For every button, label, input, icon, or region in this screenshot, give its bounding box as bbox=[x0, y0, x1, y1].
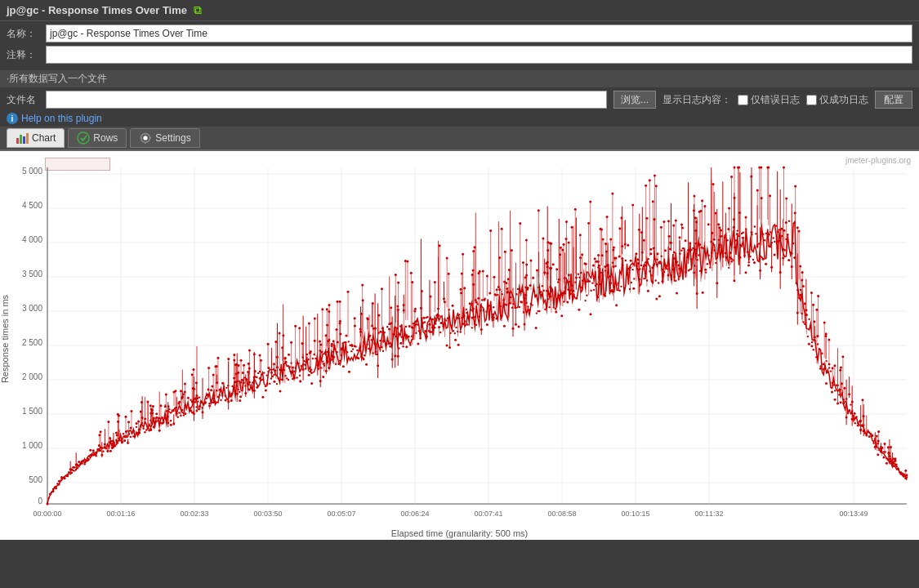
error-log-checkbox-label[interactable]: 仅错误日志 bbox=[738, 93, 800, 107]
settings-tab-icon bbox=[139, 131, 152, 145]
window-title: jp@gc - Response Times Over Time bbox=[7, 4, 187, 16]
chart-panel: jmeter-plugins.org 5 000 4 500 4 000 3 5… bbox=[0, 151, 919, 540]
comment-label: 注释： bbox=[7, 48, 39, 62]
tabs-bar: Chart Rows Settings bbox=[0, 127, 919, 151]
info-icon: i bbox=[7, 113, 18, 124]
success-log-checkbox-label[interactable]: 仅成功日志 bbox=[806, 93, 868, 107]
tab-settings-label: Settings bbox=[155, 132, 190, 144]
tab-chart-label: Chart bbox=[32, 132, 56, 144]
tab-rows[interactable]: Rows bbox=[68, 128, 127, 148]
chart-tab-icon bbox=[16, 131, 29, 145]
file-row: 文件名 浏览... 显示日志内容： 仅错误日志 仅成功日志 配置 bbox=[0, 89, 919, 110]
browse-button[interactable]: 浏览... bbox=[613, 91, 656, 109]
comment-input[interactable] bbox=[46, 46, 912, 64]
rows-tab-icon bbox=[77, 131, 90, 145]
success-log-label: 仅成功日志 bbox=[819, 93, 868, 107]
config-button[interactable]: 配置 bbox=[875, 91, 912, 109]
title-bar: jp@gc - Response Times Over Time ⧉ bbox=[0, 0, 919, 21]
svg-rect-1 bbox=[20, 135, 22, 144]
svg-rect-0 bbox=[16, 138, 19, 144]
svg-rect-2 bbox=[23, 136, 25, 144]
file-input[interactable] bbox=[46, 91, 607, 109]
name-row: 名称： bbox=[7, 24, 912, 42]
svg-point-4 bbox=[78, 132, 89, 144]
help-link[interactable]: Help on this plugin bbox=[21, 113, 102, 124]
expand-icon[interactable]: ⧉ bbox=[194, 3, 202, 17]
success-log-checkbox[interactable] bbox=[806, 95, 817, 105]
error-log-label: 仅错误日志 bbox=[751, 93, 800, 107]
chart-area: jmeter-plugins.org 5 000 4 500 4 000 3 5… bbox=[0, 151, 919, 527]
tab-settings[interactable]: Settings bbox=[130, 128, 199, 148]
svg-rect-3 bbox=[26, 133, 29, 144]
all-data-section: ·所有数据写入一个文件 bbox=[0, 70, 919, 87]
name-input[interactable] bbox=[46, 24, 912, 42]
svg-point-7 bbox=[144, 136, 148, 140]
help-row: i Help on this plugin bbox=[0, 110, 919, 127]
log-display-label: 显示日志内容： bbox=[662, 93, 731, 107]
x-axis-label: Elapsed time (granularity: 500 ms) bbox=[0, 527, 919, 540]
form-area: 名称： 注释： bbox=[0, 21, 919, 70]
error-log-checkbox[interactable] bbox=[738, 95, 748, 105]
name-label: 名称： bbox=[7, 27, 39, 41]
tab-chart[interactable]: Chart bbox=[7, 128, 65, 148]
chart-canvas bbox=[0, 151, 919, 527]
tab-rows-label: Rows bbox=[93, 132, 118, 144]
file-label: 文件名 bbox=[7, 93, 39, 107]
comment-row: 注释： bbox=[7, 46, 912, 64]
